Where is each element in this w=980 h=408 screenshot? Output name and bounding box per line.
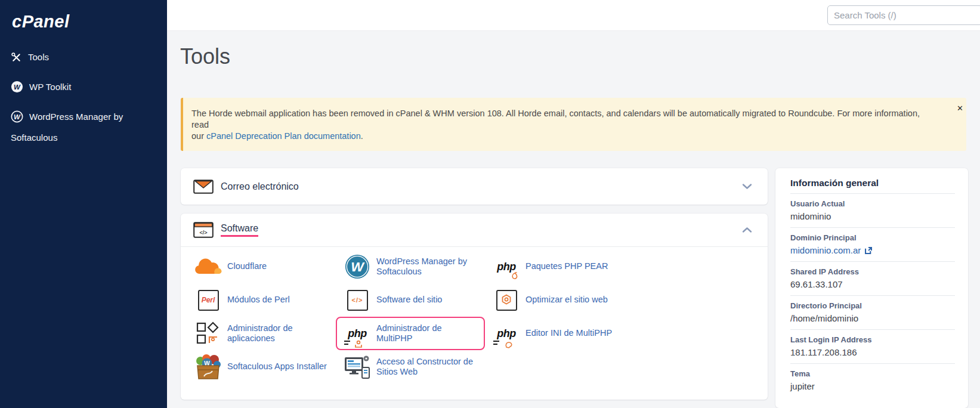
item-multiphp-manager[interactable]: php Administrador de MultiPHP	[336, 317, 485, 350]
topbar	[167, 0, 980, 31]
info-row-theme: Tema jupiter	[790, 363, 955, 397]
cpanel-logo[interactable]: cPanel	[12, 12, 70, 32]
sidebar-nav: Tools W WP Toolkit W WordPress Manager b…	[0, 48, 167, 156]
item-label: Paquetes PHP PEAR	[525, 261, 608, 271]
wordpress-icon: W	[343, 253, 372, 280]
item-label: Software del sitio	[376, 295, 442, 305]
item-cloudflare[interactable]: Cloudflare	[187, 250, 336, 283]
item-optimize-website[interactable]: Optimizar el sitio web	[485, 283, 634, 317]
banner-text-suffix: .	[361, 131, 363, 141]
software-items-grid: Cloudflare W WordPress Manager by Softac…	[187, 250, 635, 384]
code-window-icon: </>	[193, 222, 214, 238]
perl-icon: Perl	[194, 286, 222, 314]
section-software: </> Software Cloudflare	[181, 214, 768, 400]
horde-deprecation-banner: The Horde webmail application has been r…	[181, 98, 966, 151]
deprecation-docs-link[interactable]: cPanel Deprecation Plan documentation	[206, 131, 361, 141]
svg-text:W: W	[14, 113, 21, 120]
item-site-builder[interactable]: Acceso al Constructor de Sitios Web	[336, 350, 485, 384]
section-header-software[interactable]: </> Software	[181, 214, 768, 247]
external-link-icon	[864, 246, 873, 255]
item-label: Editor INI de MultiPHP	[525, 328, 612, 338]
info-row-home-directory: Directorio Principal /home/midominio	[790, 295, 955, 329]
info-label: Dominio Principal	[790, 233, 955, 242]
chevron-down-icon[interactable]	[742, 183, 752, 190]
cloudflare-icon	[194, 253, 222, 280]
banner-text-line1: The Horde webmail application has been r…	[191, 109, 920, 129]
close-icon[interactable]: ✕	[957, 104, 963, 112]
info-label: Usuario Actual	[790, 199, 955, 208]
item-label: Optimizar el sitio web	[525, 295, 608, 305]
svg-text:W: W	[351, 259, 365, 274]
info-value: 181.117.208.186	[790, 347, 955, 357]
multiphp-icon: php	[343, 320, 372, 347]
section-title: Software	[221, 223, 258, 237]
item-site-software[interactable]: </> Software del sitio	[336, 283, 485, 317]
site-code-icon: </>	[343, 286, 372, 314]
info-row-last-login-ip: Last Login IP Address 181.117.208.186	[790, 329, 955, 363]
sidebar-item-tools[interactable]: Tools	[0, 48, 167, 69]
info-row-primary-domain: Dominio Principal midominio.com.ar	[790, 227, 955, 261]
softaculous-icon: W	[194, 353, 222, 381]
item-softaculous-installer[interactable]: W Softaculous Apps Installer	[187, 350, 336, 384]
banner-text-line2: our	[191, 131, 206, 141]
info-label: Directorio Principal	[790, 301, 955, 310]
item-label: Cloudflare	[227, 261, 267, 271]
multiphp-ini-icon: php	[492, 320, 521, 347]
item-multiphp-ini-editor[interactable]: php Editor INI de MultiPHP	[485, 317, 634, 350]
item-label: Acceso al Constructor de Sitios Web	[376, 357, 479, 378]
svg-text:W: W	[14, 84, 21, 91]
sidebar: cPanel Tools W WP Toolkit	[0, 0, 167, 408]
info-value: midominio.com.ar	[790, 245, 861, 255]
section-correo-electronico: Correo electrónico	[181, 168, 768, 205]
info-label: Shared IP Address	[790, 267, 955, 276]
info-value: 69.61.33.107	[790, 279, 955, 289]
optimize-gear-icon	[492, 286, 521, 314]
wordpress-icon: W	[11, 110, 23, 129]
item-label: WordPress Manager by Softaculous	[376, 256, 479, 277]
item-wordpress-manager[interactable]: W WordPress Manager by Softaculous	[336, 250, 485, 283]
item-label: Módulos de Perl	[227, 295, 290, 305]
item-php-pear[interactable]: php Paquetes PHP PEAR	[485, 250, 634, 283]
chevron-up-icon[interactable]	[742, 227, 752, 233]
panel-title: Información general	[790, 178, 955, 188]
svg-text:</>: </>	[199, 230, 207, 236]
item-perl-modules[interactable]: Perl Módulos de Perl	[187, 283, 336, 317]
info-label: Last Login IP Address	[790, 335, 955, 344]
info-label: Tema	[790, 369, 955, 378]
info-row-shared-ip: Shared IP Address 69.61.33.107	[790, 261, 955, 295]
tools-icon	[11, 51, 22, 69]
general-information-panel: Información general Usuario Actual midom…	[775, 168, 968, 408]
page-title: Tools	[180, 44, 230, 69]
search-input[interactable]	[827, 5, 980, 25]
sitebuilder-icon	[343, 353, 372, 381]
info-row-current-user: Usuario Actual midominio	[790, 193, 955, 227]
sidebar-item-label: WP Toolkit	[29, 82, 71, 92]
info-value: jupiter	[790, 381, 955, 391]
info-value: /home/midominio	[790, 313, 955, 323]
sidebar-item-wordpress-manager[interactable]: W WordPress Manager by Softaculous	[0, 108, 167, 147]
info-value: midominio	[790, 211, 955, 221]
item-label: Softaculous Apps Installer	[227, 361, 327, 372]
sidebar-item-label: WordPress Manager by Softaculous	[11, 112, 123, 143]
section-title: Correo electrónico	[221, 181, 299, 192]
item-label: Administrador de aplicaciones	[227, 323, 330, 344]
sidebar-item-wp-toolkit[interactable]: W WP Toolkit	[0, 78, 167, 99]
php-pear-icon: php	[492, 253, 521, 280]
primary-domain-link[interactable]: midominio.com.ar	[790, 245, 873, 255]
sidebar-item-label: Tools	[28, 52, 49, 62]
wordpress-icon: W	[11, 81, 23, 99]
application-manager-icon	[194, 320, 222, 347]
envelope-icon	[193, 180, 214, 194]
item-application-manager[interactable]: Administrador de aplicaciones	[187, 317, 336, 350]
section-header-correo[interactable]: Correo electrónico	[181, 168, 768, 205]
item-label: Administrador de MultiPHP	[376, 323, 479, 344]
